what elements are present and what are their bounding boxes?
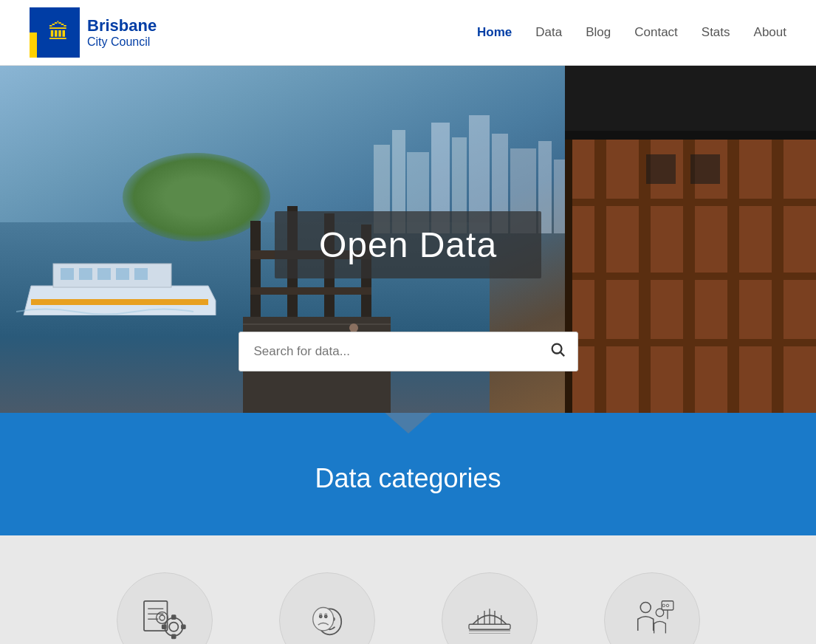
- svg-rect-35: [565, 66, 816, 132]
- admin-icon-circle: [117, 572, 213, 644]
- svg-rect-45: [565, 339, 816, 346]
- svg-rect-59: [162, 625, 165, 628]
- admin-icon: [139, 595, 191, 644]
- svg-point-68: [324, 615, 327, 618]
- categories-section: Data categories: [0, 434, 816, 535]
- svg-rect-17: [61, 268, 74, 280]
- hero-pointer: [383, 411, 433, 434]
- svg-rect-69: [469, 624, 510, 629]
- svg-point-62: [160, 615, 165, 620]
- svg-rect-20: [116, 268, 129, 280]
- search-button[interactable]: [538, 332, 577, 371]
- svg-rect-19: [97, 268, 111, 280]
- hero-search-area: [239, 332, 578, 371]
- city-name: Brisbane: [87, 16, 157, 35]
- svg-point-82: [666, 604, 669, 607]
- svg-point-56: [169, 623, 178, 631]
- hero-title: Open Data: [319, 225, 497, 264]
- hero-section: Open Data: [0, 66, 816, 413]
- svg-rect-15: [31, 299, 208, 305]
- svg-rect-21: [134, 268, 148, 280]
- category-assets[interactable]: Assets 16: [408, 572, 571, 644]
- svg-point-49: [552, 343, 561, 353]
- search-input[interactable]: [239, 334, 538, 369]
- community-icon: [626, 595, 678, 644]
- hero-title-overlay: Open Data: [150, 211, 667, 278]
- svg-point-66: [312, 608, 333, 631]
- nav-contact[interactable]: Contact: [634, 25, 678, 40]
- svg-rect-36: [565, 131, 816, 140]
- city-sub: City Council: [87, 35, 157, 49]
- svg-rect-27: [250, 287, 371, 295]
- categories-grid: Administration and Operations 2: [0, 535, 816, 644]
- svg-rect-60: [181, 625, 185, 628]
- svg-point-77: [640, 603, 651, 613]
- svg-point-67: [319, 615, 322, 618]
- category-community[interactable]: Community and Safety 4: [571, 572, 733, 644]
- svg-rect-58: [171, 634, 175, 638]
- arts-icon: [301, 595, 353, 644]
- search-icon: [549, 341, 566, 357]
- assets-icon: [464, 595, 515, 644]
- svg-rect-18: [79, 268, 92, 280]
- hero-title-box: Open Data: [275, 211, 541, 278]
- category-arts[interactable]: Arts and Culture 17: [246, 572, 408, 644]
- community-icon-circle: [604, 572, 700, 644]
- main-nav: Home Data Blog Contact Stats About: [477, 25, 786, 40]
- categories-pointer: [385, 515, 432, 535]
- logo-area[interactable]: 🏛 Brisbane City Council: [30, 7, 157, 58]
- svg-rect-43: [565, 199, 816, 206]
- arts-icon-circle: [279, 572, 375, 644]
- svg-line-50: [560, 352, 564, 356]
- nav-stats[interactable]: Stats: [702, 25, 730, 40]
- logo-badge: 🏛: [30, 7, 80, 58]
- search-wrapper: [239, 332, 578, 371]
- logo-building-icon: 🏛: [48, 22, 69, 43]
- categories-title: Data categories: [0, 456, 816, 515]
- logo-text: Brisbane City Council: [87, 16, 157, 49]
- svg-rect-48: [690, 154, 720, 184]
- svg-rect-47: [646, 154, 676, 184]
- site-header: 🏛 Brisbane City Council Home Data Blog C…: [0, 0, 816, 66]
- svg-rect-57: [171, 615, 175, 619]
- nav-data[interactable]: Data: [535, 25, 562, 40]
- svg-rect-80: [662, 601, 673, 610]
- category-admin[interactable]: Administration and Operations 2: [83, 572, 246, 644]
- assets-icon-circle: [442, 572, 538, 644]
- nav-about[interactable]: About: [754, 25, 786, 40]
- nav-home[interactable]: Home: [477, 25, 512, 40]
- svg-point-81: [662, 604, 665, 607]
- nav-blog[interactable]: Blog: [586, 25, 611, 40]
